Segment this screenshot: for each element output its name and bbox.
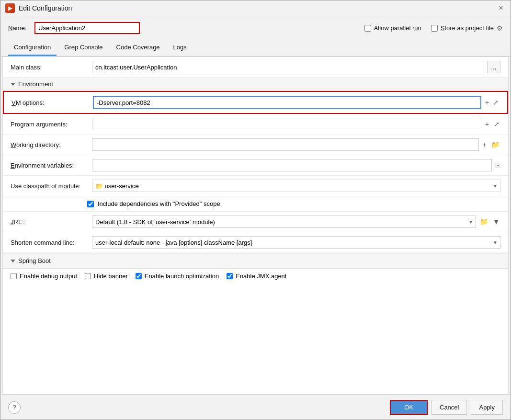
working-dir-label: Working directory:	[11, 141, 92, 148]
store-project-group: Store as project file ⚙	[431, 24, 503, 32]
env-vars-label: Environment variables:	[11, 162, 92, 169]
hide-banner-checkbox[interactable]	[85, 273, 91, 279]
jre-value: Default (1.8 - SDK of 'user-service' mod…	[92, 216, 500, 228]
app-icon: ▶	[5, 3, 15, 13]
jre-wrapper: Default (1.8 - SDK of 'user-service' mod…	[92, 216, 476, 228]
env-vars-row: Environment variables: ⎘	[3, 155, 508, 176]
enable-jmx-checkbox[interactable]	[227, 273, 233, 279]
tabs-bar: Configuration Grep Console Code Coverage…	[0, 40, 511, 57]
enable-debug-label: Enable debug output	[20, 272, 77, 280]
enable-debug-checkbox[interactable]	[11, 273, 17, 279]
main-class-input[interactable]	[92, 61, 484, 73]
allow-parallel-run-checkbox[interactable]	[364, 25, 371, 32]
program-args-add-icon[interactable]: +	[484, 119, 490, 129]
gear-icon[interactable]: ⚙	[497, 24, 503, 32]
jre-dropdown-icon[interactable]: ▼	[492, 217, 500, 227]
main-class-value: ...	[92, 61, 500, 73]
jre-select[interactable]: Default (1.8 - SDK of 'user-service' mod…	[92, 216, 476, 228]
env-vars-copy-icon[interactable]: ⎘	[495, 160, 500, 170]
working-dir-input[interactable]	[92, 138, 479, 151]
dialog-title: Edit Configuration	[19, 4, 72, 12]
include-deps-label: Include dependencies with "Provided" sco…	[98, 200, 220, 207]
name-input[interactable]	[34, 22, 140, 34]
vm-options-row: VM options: + ⤢	[3, 91, 508, 114]
name-label: Name:	[8, 24, 30, 32]
action-buttons: OK Cancel Apply	[390, 400, 503, 415]
vm-options-input-wrapper: + ⤢	[93, 96, 500, 109]
vm-options-input[interactable]	[93, 96, 481, 109]
env-vars-input[interactable]	[92, 159, 492, 171]
spring-boot-header[interactable]: Spring Boot	[3, 253, 508, 269]
vm-options-add-icon[interactable]: +	[484, 98, 490, 107]
close-button[interactable]: ×	[496, 3, 506, 13]
jre-row: JRE: Default (1.8 - SDK of 'user-service…	[3, 212, 508, 232]
classpath-module-row: Use classpath of module: 📁 user-service …	[3, 176, 508, 196]
environment-section-header[interactable]: Environment	[3, 78, 508, 91]
allow-parallel-run-group: Allow parallel run	[364, 24, 421, 32]
classpath-module-label: Use classpath of module:	[11, 182, 92, 190]
tab-logs[interactable]: Logs	[168, 40, 193, 56]
jre-folder-icon[interactable]: 📁	[479, 217, 489, 227]
allow-parallel-run-label: Allow parallel run	[374, 24, 421, 32]
shorten-cmd-select[interactable]: user-local default: none - java [options…	[92, 236, 500, 249]
tab-code-coverage[interactable]: Code Coverage	[111, 40, 166, 56]
working-dir-value: + 📁	[92, 138, 500, 151]
name-row: Name: Allow parallel run Store as projec…	[0, 16, 511, 40]
environment-expand-icon	[11, 83, 15, 86]
environment-label: Environment	[18, 80, 53, 88]
store-project-checkbox[interactable]	[431, 25, 438, 32]
classpath-module-select[interactable]: 📁 user-service	[92, 180, 500, 192]
vm-options-expand-icons: + ⤢	[484, 98, 500, 107]
program-args-value: + ⤢	[92, 118, 500, 130]
include-deps-row: Include dependencies with "Provided" sco…	[3, 196, 508, 212]
main-class-browse-button[interactable]: ...	[487, 61, 500, 73]
enable-jmx-label: Enable JMX agent	[236, 272, 286, 280]
shorten-cmd-row: Shorten command line: user-local default…	[3, 232, 508, 253]
enable-debug-item: Enable debug output	[11, 272, 77, 280]
program-args-row: Program arguments: + ⤢	[3, 114, 508, 135]
main-class-label: Main class:	[11, 64, 92, 71]
hide-banner-item: Hide banner	[85, 272, 128, 280]
jre-label: JRE:	[11, 218, 92, 226]
shorten-cmd-label: Shorten command line:	[11, 239, 92, 246]
main-content: Main class: ... Environment VM options:	[2, 57, 509, 395]
spring-boot-label: Spring Boot	[18, 257, 51, 264]
classpath-module-wrapper: 📁 user-service ▼	[92, 180, 500, 192]
title-bar: ▶ Edit Configuration ×	[0, 0, 511, 16]
enable-launch-checkbox[interactable]	[136, 273, 142, 279]
program-args-label: Program arguments:	[11, 121, 92, 128]
title-bar-left: ▶ Edit Configuration	[5, 3, 72, 13]
vm-options-expand-icon[interactable]: ⤢	[492, 98, 500, 107]
working-dir-folder-icon[interactable]: 📁	[490, 140, 500, 149]
working-dir-add-icon[interactable]: +	[482, 140, 488, 149]
help-button[interactable]: ?	[8, 401, 21, 414]
spring-boot-options-row: Enable debug output Hide banner Enable l…	[3, 269, 508, 284]
hide-banner-label: Hide banner	[94, 272, 128, 280]
include-deps-checkbox[interactable]	[87, 201, 94, 207]
store-project-label: Store as project file	[441, 24, 494, 32]
classpath-module-value: 📁 user-service ▼	[92, 180, 500, 192]
edit-configuration-dialog: ▶ Edit Configuration × Name: Allow paral…	[0, 0, 511, 420]
vm-options-label: VM options:	[11, 99, 93, 106]
shorten-cmd-wrapper: user-local default: none - java [options…	[92, 236, 500, 249]
program-args-input[interactable]	[92, 118, 481, 130]
enable-launch-label: Enable launch optimization	[145, 272, 219, 280]
working-dir-row: Working directory: + 📁	[3, 135, 508, 155]
ok-button[interactable]: OK	[390, 400, 428, 415]
cancel-button[interactable]: Cancel	[432, 400, 467, 415]
name-row-right: Allow parallel run Store as project file…	[364, 24, 503, 32]
env-vars-value: ⎘	[92, 159, 500, 171]
shorten-cmd-value: user-local default: none - java [options…	[92, 236, 500, 249]
tab-grep-console[interactable]: Grep Console	[58, 40, 108, 56]
enable-jmx-item: Enable JMX agent	[227, 272, 286, 280]
main-class-row: Main class: ...	[3, 57, 508, 78]
program-args-expand-icon[interactable]: ⤢	[493, 119, 500, 129]
spring-boot-expand-icon	[11, 260, 15, 262]
form-section: Main class: ... Environment VM options:	[3, 57, 508, 284]
enable-launch-item: Enable launch optimization	[136, 272, 219, 280]
tab-configuration[interactable]: Configuration	[8, 40, 57, 56]
apply-button[interactable]: Apply	[471, 400, 503, 415]
bottom-bar: ? OK Cancel Apply	[0, 395, 511, 420]
